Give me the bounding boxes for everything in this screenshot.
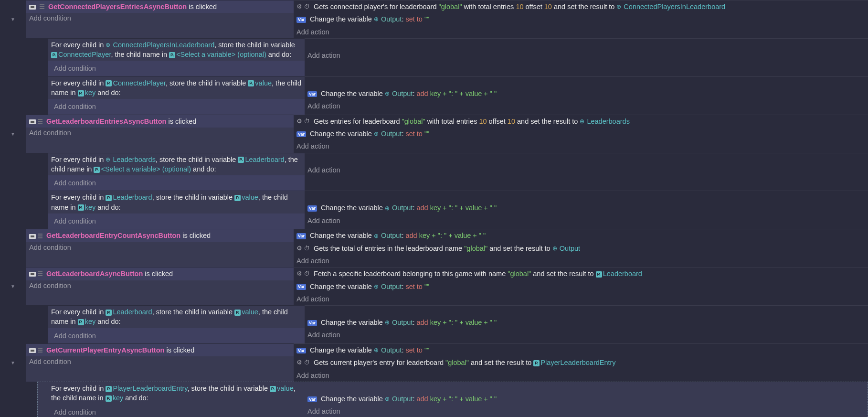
add-condition-link[interactable]: Add condition <box>26 128 294 138</box>
button-icon <box>29 348 36 353</box>
action-row[interactable]: Gets current player's entry for leaderbo… <box>294 356 868 369</box>
actions-pane[interactable]: Add action <box>305 38 868 76</box>
add-action-link[interactable]: Add action <box>307 407 340 415</box>
condition-row[interactable]: GetConnectedPlayersEntriesAsyncButton is… <box>26 0 294 13</box>
action-row[interactable]: Fetch a specific leaderboard belonging t… <box>294 267 868 280</box>
var-badge-icon: Var <box>296 233 306 239</box>
add-condition-link[interactable]: Add condition <box>26 356 294 367</box>
action-row[interactable]: Gets the total of entries in the leaderb… <box>294 242 868 255</box>
action-row[interactable]: Var Change the variable Output: add key … <box>305 202 868 214</box>
conditions-pane[interactable]: GetCurrentPlayerEntryAsyncButton is clic… <box>26 343 294 382</box>
collapse-arrow-icon[interactable]: ▼ <box>11 131 15 136</box>
var-badge-icon: Var <box>296 284 306 290</box>
sub-event-row[interactable]: For every child in Leaderboards, store t… <box>0 153 868 191</box>
condition-row[interactable]: GetCurrentPlayerEntryAsyncButton is clic… <box>26 344 294 356</box>
conditions-pane[interactable]: GetConnectedPlayersEntriesAsyncButton is… <box>26 0 294 38</box>
actions-pane[interactable]: Gets entries for leaderboard "global" wi… <box>294 115 868 153</box>
sub-event-row[interactable]: For every child in P.Leaderboard, store … <box>0 191 868 229</box>
add-condition-link[interactable]: Add condition <box>26 13 294 23</box>
struct-icon <box>374 234 380 239</box>
condition-row[interactable]: For every child in P.Leaderboard, store … <box>48 191 305 214</box>
add-condition-link[interactable]: Add condition <box>26 242 294 253</box>
actions-pane[interactable]: Var Change the variable Output: set to "… <box>294 343 868 382</box>
gutter <box>0 382 26 417</box>
actions-pane[interactable]: Var Change the variable Output: add key … <box>305 305 868 343</box>
conditions-pane[interactable]: For every child in P.ConnectedPlayer, st… <box>48 76 305 115</box>
event-row[interactable]: ▼ GetLeaderboardEntriesAsyncButton is cl… <box>0 115 868 153</box>
drag-handle-icon[interactable] <box>38 348 42 353</box>
conditions-pane[interactable]: GetLeaderboardAsyncButton is clicked Add… <box>26 267 294 305</box>
actions-pane[interactable]: Fetch a specific leaderboard belonging t… <box>294 267 868 305</box>
conditions-pane[interactable]: For every child in P.Leaderboard, store … <box>48 305 305 343</box>
conditions-pane[interactable]: GetLeaderboardEntryCountAsyncButton is c… <box>26 229 294 267</box>
collapse-arrow-icon[interactable]: ▼ <box>11 360 15 365</box>
add-action-link[interactable]: Add action <box>307 331 340 339</box>
condition-row[interactable]: For every child in P.PlayerLeaderboardEn… <box>48 382 305 405</box>
action-row[interactable]: Var Change the variable Output: add key … <box>305 87 868 100</box>
add-action-link[interactable]: Add action <box>307 217 340 225</box>
drag-handle-icon[interactable] <box>40 4 44 10</box>
add-action-link[interactable]: Add action <box>296 295 329 303</box>
conditions-pane[interactable]: For every child in P.Leaderboard, store … <box>48 191 305 229</box>
event-row[interactable]: ▼ GetLeaderboardAsyncButton is clicked A… <box>0 267 868 305</box>
add-condition-link[interactable]: Add condition <box>51 330 302 342</box>
actions-pane[interactable]: Var Change the variable Output: add key … <box>305 76 868 115</box>
add-action-link[interactable]: Add action <box>296 257 329 265</box>
action-row[interactable]: Var Change the variable Output: set to "… <box>294 280 868 293</box>
struct-icon <box>106 43 111 48</box>
add-condition-link[interactable]: Add condition <box>51 406 302 417</box>
action-row[interactable]: Var Change the variable Output: set to "… <box>294 13 868 25</box>
collapse-arrow-icon[interactable]: ▼ <box>11 16 15 21</box>
add-condition-link[interactable]: Add condition <box>51 62 302 75</box>
conditions-pane[interactable]: For every child in P.PlayerLeaderboardEn… <box>48 382 305 417</box>
gutter: ▼ <box>0 115 26 153</box>
conditions-pane[interactable]: GetLeaderboardEntriesAsyncButton is clic… <box>26 115 294 153</box>
conditions-pane[interactable]: For every child in ConnectedPlayersInLea… <box>48 38 305 76</box>
actions-pane[interactable]: Var Change the variable Output: add key … <box>294 229 868 267</box>
add-action-link[interactable]: Add action <box>307 166 340 174</box>
drag-handle-icon[interactable] <box>38 271 42 277</box>
add-action-link[interactable]: Add action <box>307 52 340 59</box>
condition-row[interactable]: For every child in Leaderboards, store t… <box>48 153 305 176</box>
condition-row[interactable]: GetLeaderboardEntriesAsyncButton is clic… <box>26 115 294 128</box>
operator: set to <box>405 15 422 23</box>
sub-event-row[interactable]: For every child in ConnectedPlayersInLea… <box>0 38 868 76</box>
drag-handle-icon[interactable] <box>38 234 42 239</box>
event-row[interactable]: ▼ GetConnectedPlayersEntriesAsyncButton … <box>0 0 868 38</box>
sub-event-row[interactable]: For every child in P.ConnectedPlayer, st… <box>0 76 868 115</box>
condition-row[interactable]: For every child in ConnectedPlayersInLea… <box>48 39 305 61</box>
add-action-link[interactable]: Add action <box>307 102 340 110</box>
collapse-arrow-icon[interactable]: ▼ <box>11 284 15 289</box>
sub-event-row-selected[interactable]: For every child in P.PlayerLeaderboardEn… <box>0 382 868 417</box>
action-row[interactable]: Var Change the variable Output: add key … <box>294 229 868 242</box>
drag-handle-icon[interactable] <box>38 119 42 125</box>
action-row[interactable]: Var Change the variable Output: add key … <box>305 316 868 329</box>
add-action-link[interactable]: Add action <box>296 142 329 150</box>
add-action-link[interactable]: Add action <box>296 372 329 379</box>
add-condition-link[interactable]: Add condition <box>51 100 302 113</box>
async-icon <box>304 4 311 11</box>
action-row[interactable]: Gets connected player's for leaderboard … <box>294 0 868 13</box>
add-condition-link[interactable]: Add condition <box>51 215 302 227</box>
action-row[interactable]: Var Change the variable Output: set to "… <box>294 344 868 356</box>
action-row[interactable]: Gets entries for leaderboard "global" wi… <box>294 115 868 128</box>
action-row[interactable]: Var Change the variable Output: add key … <box>305 393 868 405</box>
condition-row[interactable]: GetLeaderboardAsyncButton is clicked <box>26 267 294 280</box>
actions-pane[interactable]: Gets connected player's for leaderboard … <box>294 0 868 38</box>
variable-placeholder[interactable]: <Select a variable> (optional) <box>101 165 191 173</box>
condition-row[interactable]: For every child in P.Leaderboard, store … <box>48 306 305 328</box>
add-condition-link[interactable]: Add condition <box>51 177 302 189</box>
actions-pane[interactable]: Add action <box>305 153 868 191</box>
condition-row[interactable]: For every child in P.ConnectedPlayer, st… <box>48 77 305 99</box>
event-row[interactable]: GetLeaderboardEntryCountAsyncButton is c… <box>0 229 868 267</box>
actions-pane[interactable]: Var Change the variable Output: add key … <box>305 382 868 417</box>
condition-row[interactable]: GetLeaderboardEntryCountAsyncButton is c… <box>26 229 294 242</box>
conditions-pane[interactable]: For every child in Leaderboards, store t… <box>48 153 305 191</box>
sub-event-row[interactable]: For every child in P.Leaderboard, store … <box>0 305 868 343</box>
variable-placeholder[interactable]: <Select a variable> (optional) <box>176 51 266 58</box>
action-row[interactable]: Var Change the variable Output: set to "… <box>294 128 868 140</box>
actions-pane[interactable]: Var Change the variable Output: add key … <box>305 191 868 229</box>
add-action-link[interactable]: Add action <box>296 28 329 36</box>
event-row[interactable]: ▼ GetCurrentPlayerEntryAsyncButton is cl… <box>0 343 868 382</box>
add-condition-link[interactable]: Add condition <box>26 280 294 291</box>
